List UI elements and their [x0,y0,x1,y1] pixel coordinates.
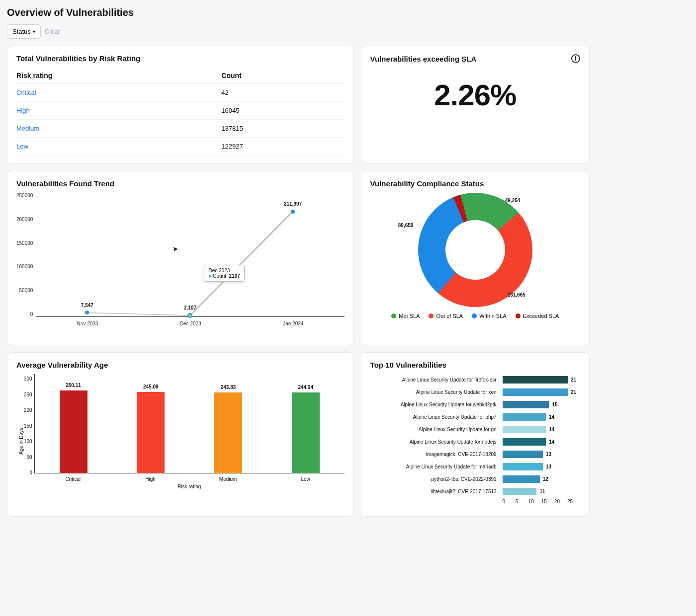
hbar-value-label: 14 [549,413,554,421]
risk-count-cell: 42 [221,84,344,102]
x-axis: 0510152025 [503,499,580,504]
table-row: Medium137815 [16,120,345,138]
page-title: Overview of Vulnerabilities [7,7,590,18]
card-title: Top 10 Vulnerabilities [370,361,580,369]
legend-item[interactable]: Met SLA [391,313,420,319]
hbar-row: Alpine Linux Security Update for go14 [370,424,580,435]
hbar-value-label: 14 [549,426,554,433]
data-point[interactable] [291,210,295,214]
risk-rating-link[interactable]: High [16,107,30,114]
y-axis: 250000200000150000100000500000 [16,193,36,317]
hbar-category-label: Alpine Linux Security Update for nodejs [370,439,500,445]
sla-title-text: Vulnerabilities exceeding SLA [370,55,477,63]
bar[interactable]: 243.83 [214,392,242,473]
data-point[interactable] [85,310,89,314]
hbar-fill[interactable] [503,438,546,446]
hbar-fill[interactable] [503,475,540,483]
hbar-fill[interactable] [503,463,543,470]
bar[interactable]: 250.11 [60,390,87,473]
avg-age-card: Average Vulnerability Age Age in Days 30… [7,352,354,517]
risk-rating-link[interactable]: Medium [16,125,39,132]
table-row: Critical42 [16,84,345,102]
hbar-value-label: 21 [571,388,576,396]
bar-value-label: 244.04 [292,385,320,390]
hbar-category-label: Alpine Linux Security Update for mariadb [370,464,500,469]
trend-card: Vulnerabilities Found Trend 250000200000… [7,171,354,345]
risk-rating-table: Risk rating Count Critical42High16045Med… [16,68,345,155]
legend-item[interactable]: Out of SLA [429,313,463,319]
avg-age-bar-chart[interactable]: Age in Days 300250200150100500 250.11245… [16,374,345,508]
bar[interactable]: 244.04 [292,392,320,473]
hbar-row: libtexluajit2: CVE-2017-1751311 [370,486,580,497]
hbar-fill[interactable] [503,401,549,408]
hbar-row: imagemagick: CVE-2017-1820913 [370,449,580,460]
compliance-card: Vulnerability Compliance Status 49,25413… [361,171,590,345]
legend-item[interactable]: Exceeded SLA [516,313,559,319]
hbar-value-label: 21 [571,376,576,384]
bar-value-label: 245.09 [137,384,165,389]
legend-label: Within SLA [479,313,506,319]
hbar-fill[interactable] [503,451,543,458]
risk-rating-link[interactable]: Low [16,143,28,150]
hbar-row: Alpine Linux Security Update for nodejs1… [370,436,580,447]
hbar-value-label: 14 [549,438,554,446]
data-point[interactable] [187,313,192,318]
x-axis-title: Risk rating [34,484,345,489]
card-title: Total Vulnerabilities by Risk Rating [16,54,345,63]
risk-count-cell: 137815 [221,120,344,138]
clear-filters-button[interactable]: Clear [45,28,60,35]
hbar-row: Alpine Linux Security Update for xen21 [370,386,580,397]
legend-label: Met SLA [399,313,420,319]
chart-plot-area[interactable]: 250.11245.09243.83244.04 [34,374,345,473]
legend-swatch [472,313,477,318]
hbar-value-label: 13 [546,463,551,470]
hbar-category-label: libtexluajit2: CVE-2017-17513 [370,489,500,494]
chevron-down-icon: ▾ [33,29,35,34]
hbar-fill[interactable] [503,376,568,384]
hbar-value-label: 12 [543,475,548,483]
sla-percentage: 2.26% [370,78,580,112]
bar[interactable]: 245.09 [137,392,165,473]
hbar-fill[interactable] [503,413,546,421]
hbar-category-label: Alpine Linux Security Update for firefox… [370,377,500,383]
risk-rating-link[interactable]: Critical [16,89,36,96]
legend-swatch [391,313,396,318]
sla-exceed-card: Vulnerabilities exceeding SLA i 2.26% [361,46,590,164]
legend-item[interactable]: Within SLA [472,313,506,319]
x-axis: Nov 2023Dec 2023Jan 2024 [36,321,344,326]
hbar-fill[interactable] [503,426,546,433]
bar-value-label: 243.83 [214,385,242,390]
table-row: Low122927 [16,138,345,155]
bar-value-label: 250.11 [60,383,87,388]
x-axis: CriticalHighMediumLow [34,476,345,482]
hbar-fill[interactable] [503,488,537,495]
filter-bar: Status ▾ Clear [7,24,590,39]
status-filter-button[interactable]: Status ▾ [7,24,41,39]
card-title: Vulnerabilities Found Trend [16,179,345,188]
hbar-category-label: Alpine Linux Security Update for go [370,427,500,432]
y-axis: 300250200150100500 [24,376,34,475]
legend-swatch [516,313,521,318]
legend-label: Out of SLA [436,313,463,319]
data-label: 2,107 [184,305,196,310]
chart-plot-area[interactable]: 7,5472,107211,997Dec 2023● Count: 2107 [36,193,344,317]
donut-slice-label: 49,254 [505,198,521,203]
col-header-risk: Risk rating [16,68,221,84]
top10-hbar-chart[interactable]: Alpine Linux Security Update for firefox… [370,374,580,497]
hbar-value-label: 15 [552,401,557,408]
chart-tooltip: Dec 2023● Count: 2107 [204,265,244,282]
compliance-donut-chart[interactable] [418,193,532,307]
hbar-category-label: imagemagick: CVE-2017-18209 [370,452,500,457]
hbar-fill[interactable] [503,388,568,396]
hbar-row: Alpine Linux Security Update for mariadb… [370,461,580,472]
hbar-row: Alpine Linux Security Update for firefox… [370,374,580,385]
trend-line-chart[interactable]: 250000200000150000100000500000 7,5472,10… [16,193,345,337]
card-title: Vulnerability Compliance Status [370,179,580,188]
legend-label: Exceeded SLA [523,313,559,319]
donut-slice-label: 131,665 [508,292,525,298]
hbar-row: Alpine Linux Security Update for php714 [370,411,580,422]
info-icon[interactable]: i [571,54,580,63]
hbar-category-label: Alpine Linux Security Update for php7 [370,414,500,420]
data-label: 211,997 [284,201,302,207]
card-title: Average Vulnerability Age [16,361,345,369]
